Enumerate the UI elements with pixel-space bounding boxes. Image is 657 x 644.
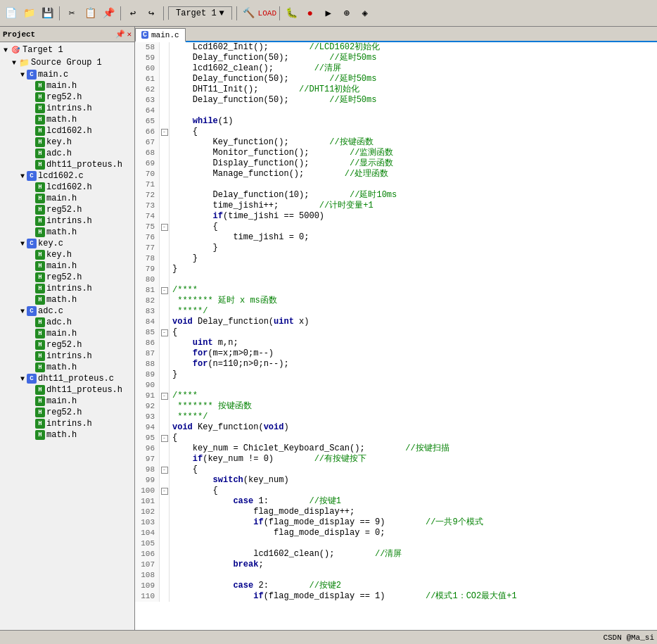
- tree-icon-lcd1602-c: C: [27, 171, 37, 181]
- tree-arrow-key-h2: [27, 251, 35, 259]
- tree-item-key-c[interactable]: ▼ C key.c: [0, 238, 134, 249]
- tree-item-main-h[interactable]: H main.h: [0, 80, 134, 91]
- sidebar-pin-icon[interactable]: 📌: [115, 30, 125, 39]
- tree-label-math-h: math.h: [46, 115, 77, 125]
- line-fold-marker[interactable]: -: [160, 285, 170, 296]
- line-fold-marker[interactable]: -: [160, 486, 170, 496]
- tree-item-key-h2[interactable]: H key.h: [0, 249, 134, 260]
- toolbar-icon-debug5[interactable]: ◈: [357, 6, 373, 21]
- tree-item-intrins-h5[interactable]: H intrins.h: [0, 418, 134, 429]
- tree-item-reg52-h4[interactable]: H reg52.h: [0, 339, 134, 351]
- code-line-110: 110 if(flag_mode_display == 1) //模式1：CO2…: [135, 591, 657, 602]
- tree-item-intrins-h2[interactable]: H intrins.h: [0, 215, 134, 227]
- line-fold-marker: [160, 401, 170, 412]
- tree-arrow-dht11-h2: [27, 386, 35, 394]
- line-number: 61: [135, 74, 160, 84]
- tree-item-reg52-h5[interactable]: H reg52.h: [0, 407, 134, 418]
- line-fold-marker: [160, 412, 170, 422]
- tree-item-intrins-h3[interactable]: H intrins.h: [0, 283, 134, 294]
- line-fold-marker: [160, 179, 170, 190]
- target-tab[interactable]: Target 1 ▼: [168, 6, 232, 20]
- toolbar: 📄 📁 💾 ✂️ 📋 📌 ↩ ↪ Target 1 ▼ 🔨 LOAD 🐛 ● ▶…: [0, 0, 657, 27]
- line-fold-marker[interactable]: -: [160, 433, 170, 443]
- toolbar-icon-cut[interactable]: ✂️: [64, 6, 79, 21]
- tree-item-adc-c[interactable]: ▼ C adc.c: [0, 305, 134, 317]
- tree-item-dht11-c[interactable]: ▼ C dht11_proteus.c: [0, 373, 134, 384]
- line-number: 75: [135, 222, 160, 232]
- line-fold-marker: [160, 274, 170, 285]
- tree-item-adc-h[interactable]: H adc.h: [0, 148, 134, 159]
- tree-item-main-h4[interactable]: H main.h: [0, 328, 134, 339]
- code-line-59: 59 Delay_function(50); //延时50ms: [135, 53, 657, 63]
- tree-arrow-key-c: ▼: [18, 240, 27, 248]
- toolbar-icon-debug4[interactable]: ⊕: [339, 6, 355, 21]
- tree-item-target1[interactable]: ▼ 🎯 Target 1: [0, 44, 134, 56]
- tree-item-srcgroup1[interactable]: ▼ 📁 Source Group 1: [0, 56, 134, 69]
- line-number: 110: [135, 591, 160, 602]
- tree-item-math-h3[interactable]: H math.h: [0, 294, 134, 305]
- code-line-64: 64: [135, 106, 657, 116]
- line-number: 78: [135, 253, 160, 264]
- line-fold-marker[interactable]: -: [160, 327, 170, 338]
- sidebar-close-icon[interactable]: ✕: [127, 30, 132, 39]
- code-area[interactable]: 58 Lcd1602_Init(); //LCD1602初始化59 Delay_…: [135, 42, 657, 630]
- line-number: 58: [135, 42, 160, 53]
- tree-item-main-h3[interactable]: H main.h: [0, 260, 134, 272]
- tree-label-key-h: key.h: [46, 137, 72, 147]
- toolbar-icon-open[interactable]: 📁: [21, 6, 37, 21]
- line-number: 84: [135, 317, 160, 327]
- code-line-101: 101 case 1: //按键1: [135, 496, 657, 507]
- toolbar-icon-save[interactable]: 💾: [39, 6, 55, 21]
- toolbar-icon-new[interactable]: 📄: [3, 6, 18, 21]
- tree-item-main-h2[interactable]: H main.h: [0, 193, 134, 204]
- line-fold-marker: [160, 560, 170, 570]
- line-content: key_num = Chiclet_Keyboard_Scan(); //按键扫…: [170, 443, 449, 454]
- tree-item-reg52-h3[interactable]: H reg52.h: [0, 272, 134, 283]
- toolbar-icon-undo[interactable]: ↩: [125, 6, 141, 21]
- line-fold-marker[interactable]: -: [160, 391, 170, 401]
- line-content: lcd1602_clean(); //清屏: [170, 549, 402, 560]
- tree-item-intrins-h[interactable]: H intrins.h: [0, 103, 134, 114]
- tree-icon-math-h3: H: [35, 295, 45, 305]
- tree-item-main-c[interactable]: ▼ C main.c: [0, 69, 134, 80]
- tree-item-lcd1602-h2[interactable]: H lcd1602.h: [0, 182, 134, 193]
- tree-item-adc-h2[interactable]: H adc.h: [0, 317, 134, 328]
- tree-item-key-h[interactable]: H key.h: [0, 137, 134, 148]
- line-fold-marker[interactable]: -: [160, 465, 170, 475]
- tree-item-dht11-h2[interactable]: H dht11_proteus.h: [0, 384, 134, 396]
- toolbar-icon-debug1[interactable]: 🐛: [284, 6, 300, 21]
- toolbar-icon-copy[interactable]: 📋: [82, 6, 98, 21]
- line-fold-marker[interactable]: -: [160, 222, 170, 232]
- toolbar-icon-build[interactable]: 🔨: [241, 6, 257, 21]
- target-tab-dropdown[interactable]: ▼: [219, 8, 224, 18]
- tree-item-math-h5[interactable]: H math.h: [0, 429, 134, 441]
- tree-item-lcd1602-h[interactable]: H lcd1602.h: [0, 125, 134, 137]
- tree-item-dht11-h[interactable]: H dht11_proteus.h: [0, 159, 134, 170]
- line-content: time_jishi = 0;: [170, 232, 309, 243]
- editor-tab-main-c[interactable]: C main.c: [135, 28, 186, 42]
- toolbar-icon-paste[interactable]: 📌: [101, 6, 116, 21]
- toolbar-icon-redo[interactable]: ↪: [143, 6, 159, 21]
- tree-icon-main-h3: H: [35, 261, 45, 271]
- code-line-60: 60 lcd1602_clean(); //清屏: [135, 63, 657, 74]
- tree-item-intrins-h4[interactable]: H intrins.h: [0, 351, 134, 362]
- line-number: 85: [135, 327, 160, 338]
- line-number: 74: [135, 211, 160, 222]
- toolbar-icon-debug3[interactable]: ▶: [321, 6, 336, 21]
- tree-item-math-h2[interactable]: H math.h: [0, 227, 134, 238]
- toolbar-icon-load[interactable]: LOAD: [260, 6, 275, 21]
- tree-item-math-h4[interactable]: H math.h: [0, 362, 134, 373]
- line-fold-marker[interactable]: -: [160, 127, 170, 137]
- toolbar-icon-debug2[interactable]: ●: [302, 6, 318, 21]
- code-line-66: 66- {: [135, 127, 657, 137]
- code-line-85: 85-{: [135, 327, 657, 338]
- line-fold-marker: [160, 443, 170, 454]
- line-number: 105: [135, 538, 160, 549]
- code-line-76: 76 time_jishi = 0;: [135, 232, 657, 243]
- tree-item-reg52-h[interactable]: H reg52.h: [0, 91, 134, 103]
- tree-item-reg52-h2[interactable]: H reg52.h: [0, 204, 134, 215]
- tree-item-math-h[interactable]: H math.h: [0, 114, 134, 125]
- tree-item-lcd1602-c[interactable]: ▼ C lcd1602.c: [0, 170, 134, 182]
- tree-item-main-h5[interactable]: H main.h: [0, 396, 134, 407]
- code-line-107: 107 break;: [135, 560, 657, 570]
